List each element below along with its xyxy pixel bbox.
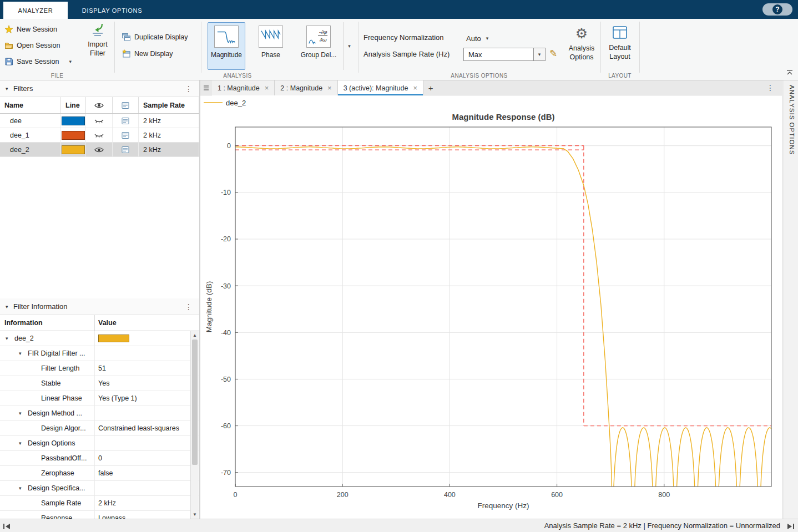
filter-information-panel-header[interactable]: ▾ Filter Information ⋮ xyxy=(0,298,199,315)
duplicate-display-button[interactable]: Duplicate Display xyxy=(122,31,188,43)
info-value: 51 xyxy=(94,361,199,376)
filter-row-dee[interactable]: dee2 kHz xyxy=(0,114,199,128)
y-tick-label: -70 xyxy=(221,469,231,477)
combo-dropdown-button[interactable]: ▾ xyxy=(533,48,545,60)
filters-panel-header[interactable]: ▾ Filters ⋮ xyxy=(0,80,199,97)
new-display-tab-button[interactable]: + xyxy=(423,80,438,95)
chevron-down-icon[interactable]: ▾ xyxy=(69,59,72,64)
filter-row-dee_2[interactable]: dee_22 kHz xyxy=(0,143,199,157)
info-label: Response xyxy=(0,511,94,519)
collapse-right-panel-icon[interactable] xyxy=(786,522,795,532)
filter-info-row[interactable]: StableYes xyxy=(0,376,199,391)
visibility-cell[interactable] xyxy=(86,143,113,156)
info-value: Lowpass xyxy=(94,511,199,519)
scrollbar-thumb[interactable] xyxy=(192,340,198,465)
filter-info-row[interactable]: ▾FIR Digital Filter ... xyxy=(0,346,199,361)
edit-sample-rate-icon[interactable]: ✎ xyxy=(549,48,557,59)
document-tab-2[interactable]: 2 : Magnitude× xyxy=(275,80,337,95)
magnitude-button-label: Magnitude xyxy=(211,51,242,59)
tab-analyzer[interactable]: ANALYZER xyxy=(3,2,68,19)
info-cell[interactable] xyxy=(113,143,139,156)
filter-info-row[interactable]: ResponseLowpass xyxy=(0,511,199,519)
group-delay-analysis-button[interactable]: -∂φ ∂ω Group Del... xyxy=(297,22,340,70)
x-axis-label: Frequency (Hz) xyxy=(477,501,529,510)
expand-arrow-icon[interactable]: ▾ xyxy=(19,411,28,416)
analysis-options-button[interactable]: ⚙ Analysis Options xyxy=(565,22,598,62)
open-session-button[interactable]: Open Session xyxy=(4,39,60,52)
x-tick-label: 800 xyxy=(658,491,670,499)
analysis-gallery-dropdown[interactable]: ▾ xyxy=(343,22,355,70)
collapse-left-panel-icon[interactable] xyxy=(3,522,11,532)
info-value xyxy=(94,436,199,450)
filter-info-row[interactable]: ▾dee_2 xyxy=(0,331,199,346)
scroll-down-icon[interactable]: ▼ xyxy=(191,512,199,517)
filter-info-row[interactable]: Sample Rate2 kHz xyxy=(0,496,199,511)
import-filter-label-1: Import xyxy=(88,40,107,49)
expand-arrow-icon[interactable]: ▾ xyxy=(19,440,28,446)
filter-info-row[interactable]: Filter Length51 xyxy=(0,361,199,376)
display-tabbar-menu-icon[interactable]: ⋮ xyxy=(766,83,774,92)
eye-visible-icon[interactable] xyxy=(94,146,104,153)
default-layout-button[interactable]: Default Layout xyxy=(603,22,637,61)
filter-row-dee_1[interactable]: dee_12 kHz xyxy=(0,128,199,143)
phase-analysis-button[interactable]: Phase xyxy=(253,22,289,70)
filter-info-icon[interactable] xyxy=(122,131,129,139)
line-color-cell[interactable] xyxy=(61,128,86,142)
filter-info-row[interactable]: PassbandOff...0 xyxy=(0,451,199,466)
filters-panel-title: Filters xyxy=(13,84,33,93)
filter-info-scrollbar[interactable]: ▲ ▼ xyxy=(190,331,199,519)
eye-hidden-icon[interactable] xyxy=(94,118,104,124)
magnitude-analysis-button[interactable]: Magnitude xyxy=(208,22,245,70)
document-tab-1[interactable]: 1 : Magnitude× xyxy=(212,80,275,95)
status-bar: Analysis Sample Rate = 2 kHz | Frequency… xyxy=(0,519,798,532)
new-session-button[interactable]: New Session xyxy=(4,23,57,36)
filter-info-icon[interactable] xyxy=(122,146,129,154)
import-filter-button[interactable]: Import Filter xyxy=(82,22,113,58)
filter-info-row[interactable]: Linear PhaseYes (Type 1) xyxy=(0,391,199,406)
chevron-down-icon: ▾ xyxy=(538,52,541,57)
new-display-button[interactable]: New Display xyxy=(122,48,173,60)
filter-info-row[interactable]: Design Algor...Constrained least-squares xyxy=(0,421,199,436)
info-label: ▾Design Specifica... xyxy=(0,481,94,495)
tab-close-icon[interactable]: × xyxy=(413,84,417,92)
legend-label[interactable]: dee_2 xyxy=(226,99,246,107)
magnitude-plot-icon xyxy=(214,26,239,48)
expand-arrow-icon[interactable]: ▾ xyxy=(19,351,28,356)
y-axis-label: Magnitude (dB) xyxy=(205,281,213,332)
collapse-triangle-icon[interactable]: ▾ xyxy=(6,86,13,92)
document-tab-3[interactable]: 3 (active): Magnitude× xyxy=(338,80,423,95)
filter-info-row[interactable]: ▾Design Method ... xyxy=(0,406,199,421)
filter-info-icon[interactable] xyxy=(122,117,129,125)
expand-arrow-icon[interactable]: ▾ xyxy=(19,485,28,491)
tab-display-options[interactable]: DISPLAY OPTIONS xyxy=(68,2,156,19)
analysis-sample-rate-combo[interactable]: Max ▾ xyxy=(463,48,546,61)
visibility-cell[interactable] xyxy=(86,128,113,142)
expand-arrow-icon[interactable]: ▾ xyxy=(6,336,14,341)
tab-list-icon[interactable] xyxy=(200,80,212,95)
filter-info-row[interactable]: ▾Design Specifica... xyxy=(0,481,199,496)
frequency-normalization-dropdown[interactable]: Auto ▾ xyxy=(466,32,488,44)
filter-name: dee_1 xyxy=(0,128,61,142)
info-label: ▾dee_2 xyxy=(0,331,94,346)
analysis-sample-rate-value: Max xyxy=(464,50,533,59)
filters-menu-icon[interactable]: ⋮ xyxy=(185,84,193,93)
line-color-cell[interactable] xyxy=(61,143,86,156)
help-button[interactable]: ? xyxy=(762,3,792,16)
phase-button-label: Phase xyxy=(261,51,280,59)
filter-info-row[interactable]: Zerophasefalse xyxy=(0,466,199,481)
tab-close-icon[interactable]: × xyxy=(327,84,332,92)
minimize-ribbon-button[interactable] xyxy=(785,68,795,77)
collapse-triangle-icon[interactable]: ▾ xyxy=(6,304,13,310)
analysis-options-collapsed-panel[interactable]: ANALYSIS OPTIONS xyxy=(784,80,798,519)
tab-close-icon[interactable]: × xyxy=(265,84,269,92)
scroll-up-icon[interactable]: ▲ xyxy=(191,333,199,338)
info-cell[interactable] xyxy=(113,114,139,128)
filter-information-menu-icon[interactable]: ⋮ xyxy=(185,302,193,311)
line-color-cell[interactable] xyxy=(61,114,86,128)
save-session-button[interactable]: Save Session ▾ xyxy=(4,55,72,68)
info-cell[interactable] xyxy=(113,128,139,142)
filter-info-row[interactable]: ▾Design Options xyxy=(0,436,199,451)
eye-hidden-icon[interactable] xyxy=(94,132,104,139)
visibility-cell[interactable] xyxy=(86,114,113,128)
ribbon-section-layout: Default Layout LAYOUT xyxy=(600,19,639,80)
